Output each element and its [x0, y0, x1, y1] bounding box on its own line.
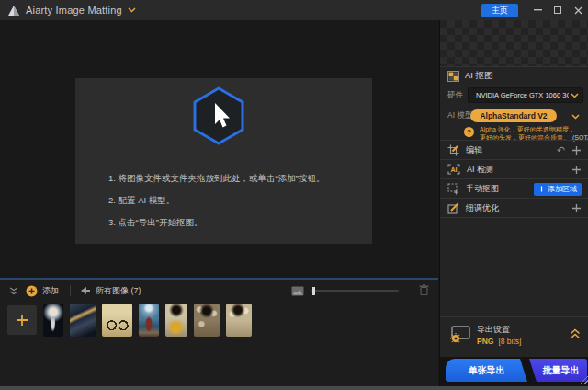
svg-text:AI: AI — [451, 166, 458, 173]
fine-tune-icon — [447, 202, 459, 214]
export-format: PNG[8 bits] — [477, 337, 521, 346]
chevron-down-icon — [571, 93, 579, 98]
single-export-button[interactable]: 单张导出 — [446, 359, 527, 382]
dropzone[interactable]: 1. 将图像文件或文件夹拖放到此处，或单击“添加”按钮。 2. 配置 AI 模型… — [75, 78, 372, 244]
hardware-label: 硬件 — [447, 90, 463, 101]
section-ai-detect[interactable]: AI AI 检测 — [440, 160, 588, 179]
collapse-panel-icon[interactable] — [9, 287, 18, 295]
export-settings-icon — [449, 325, 471, 343]
image-size-icon — [291, 286, 304, 296]
ai-matting-icon — [447, 71, 459, 82]
thumbnail-woman-in-forest[interactable] — [139, 304, 159, 337]
section-manual-matting[interactable]: 手动抠图 添加区域 — [440, 179, 588, 199]
thumbnail-jellyfish[interactable] — [43, 304, 63, 337]
section-manual-matting-label: 手动抠图 — [466, 183, 499, 195]
plus-icon — [16, 314, 28, 327]
batch-export-button[interactable]: 批量导出 — [529, 359, 587, 382]
instruction-step-3: 3. 点击“导出”开始抠图。 — [108, 217, 324, 227]
manual-matting-icon — [447, 183, 459, 195]
export-format-value: PNG — [477, 337, 493, 346]
expand-plus-icon[interactable] — [571, 165, 582, 175]
app-logo-icon — [7, 5, 20, 17]
thumbnail-woman-with-roses-dark[interactable] — [194, 304, 220, 337]
thumbnail-size-control — [291, 286, 399, 296]
thumbnail-bicycle[interactable] — [102, 304, 132, 337]
window-controls: 主页 — [481, 0, 588, 20]
export-buttons-bar: 单张导出 批量导出 — [440, 357, 588, 386]
plus-icon — [538, 186, 545, 192]
instruction-step-2: 2. 配置 AI 模型。 — [108, 195, 324, 205]
ai-model-row: AI 模型 AlphaStandard V2 — [440, 107, 588, 125]
chevron-down-icon[interactable] — [571, 114, 580, 120]
edit-icon — [447, 144, 459, 156]
model-hint-line-1: Alpha 强化，更好的半透明精度， — [480, 125, 588, 133]
close-button[interactable] — [568, 0, 588, 20]
dropzone-instructions: 1. 将图像文件或文件夹拖放到此处，或单击“添加”按钮。 2. 配置 AI 模型… — [108, 173, 324, 239]
thumbnail-strip — [7, 304, 252, 337]
add-image-tile[interactable] — [7, 305, 37, 335]
ai-matting-title: AI 抠图 — [465, 70, 493, 82]
add-images-label: 添加 — [42, 285, 59, 297]
export-settings-title: 导出设置 — [477, 324, 510, 336]
app-window: Aiarty Image Matting 主页 1. 将图像 — [0, 0, 588, 390]
add-images-button[interactable]: 添加 — [26, 285, 59, 297]
ai-model-label: AI 模型 — [447, 110, 472, 121]
ai-matting-section-header: AI 抠图 — [440, 66, 588, 85]
help-icon[interactable]: ? — [464, 127, 474, 137]
add-region-button[interactable]: 添加区域 — [534, 183, 582, 196]
preview-transparency-area — [440, 20, 588, 66]
section-fine-tune-label: 细调优化 — [466, 202, 499, 214]
thumbnail-woman-with-roses-light[interactable] — [226, 304, 252, 337]
section-ai-detect-label: AI 检测 — [467, 164, 493, 176]
ai-model-select[interactable]: AlphaStandard V2 — [470, 109, 557, 122]
export-settings[interactable]: 导出设置 PNG[8 bits] — [440, 316, 588, 357]
thumbnail-size-slider[interactable] — [311, 290, 399, 292]
toolbar-divider — [70, 285, 71, 296]
instruction-step-1: 1. 将图像文件或文件夹拖放到此处，或单击“添加”按钮。 — [108, 173, 324, 183]
trash-icon — [419, 284, 429, 295]
all-images-filter[interactable]: 所有图像 (7) — [80, 285, 141, 297]
library-toolbar: 添加 所有图像 (7) — [0, 278, 438, 302]
app-menu-chevron-icon[interactable] — [128, 7, 136, 13]
hardware-value: NVIDIA GeForce GTX 1060 3GB — [476, 91, 569, 99]
hardware-row: 硬件 NVIDIA GeForce GTX 1060 3GB — [440, 85, 588, 107]
expand-plus-icon[interactable] — [571, 203, 582, 213]
app-title: Aiarty Image Matting — [26, 5, 122, 16]
collapse-up-icon[interactable] — [570, 328, 581, 339]
export-bit-depth: [8 bits] — [498, 337, 521, 346]
ai-detect-icon: AI — [447, 164, 460, 175]
add-circle-icon — [26, 285, 38, 297]
expand-plus-icon[interactable] — [571, 145, 582, 155]
section-fine-tune[interactable]: 细调优化 — [440, 199, 588, 218]
slider-handle[interactable] — [312, 287, 315, 295]
canvas-area: 1. 将图像文件或文件夹拖放到此处，或单击“添加”按钮。 2. 配置 AI 模型… — [0, 20, 438, 278]
home-button[interactable]: 主页 — [481, 4, 518, 17]
all-images-label: 所有图像 (7) — [96, 285, 141, 297]
hardware-select[interactable]: NVIDIA GeForce GTX 1060 3GB — [468, 87, 583, 103]
titlebar: Aiarty Image Matting 主页 — [0, 0, 588, 20]
section-edit[interactable]: 编辑 ↶ — [440, 141, 588, 160]
undo-icon[interactable]: ↶ — [557, 145, 565, 155]
thumbnail-woman-with-bouquet[interactable] — [165, 304, 187, 337]
window-bottom-edge — [0, 386, 588, 390]
section-edit-label: 编辑 — [466, 144, 482, 156]
library-panel: 添加 所有图像 (7) — [0, 278, 438, 386]
filter-arrow-icon — [80, 286, 91, 295]
drop-hexagon-icon — [192, 86, 245, 150]
thumbnail-dark-fish-artwork[interactable] — [70, 304, 96, 337]
minimize-button[interactable] — [527, 0, 548, 20]
delete-image-button[interactable] — [419, 282, 429, 299]
tool-sections: 编辑 ↶ AI AI 检测 — [440, 140, 588, 218]
sidebar: AI 抠图 硬件 NVIDIA GeForce GTX 1060 3GB AI … — [439, 20, 588, 386]
maximize-button[interactable] — [548, 0, 568, 20]
